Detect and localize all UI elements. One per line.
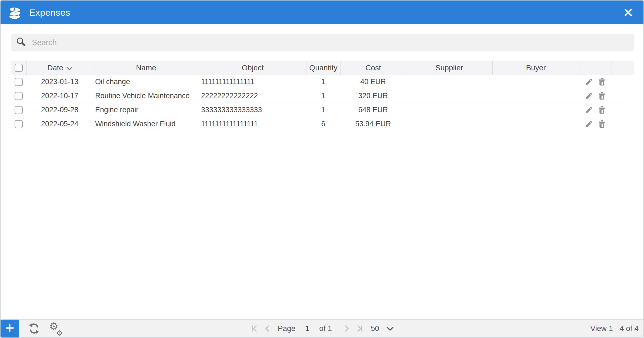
last-page-icon[interactable] <box>356 324 364 333</box>
row-checkbox[interactable] <box>15 120 23 128</box>
grid-header-row: Date Name Object Quantity Cost Supplier … <box>11 61 634 75</box>
reload-icon[interactable] <box>28 323 40 334</box>
svg-text:$: $ <box>13 8 15 12</box>
settings-gears-icon[interactable]: ⚙ ⚙ <box>49 322 62 335</box>
row-checkbox[interactable] <box>15 78 23 86</box>
cell-date: 2022-10-17 <box>26 92 93 100</box>
edit-pencil-icon[interactable] <box>585 106 593 114</box>
page-size-dropdown[interactable]: 50 <box>371 324 394 333</box>
search-icon <box>16 37 26 48</box>
content-empty-space <box>1 131 643 319</box>
table-row[interactable]: 2023-01-13 Oil change 111111111111111 1 … <box>11 75 623 89</box>
cell-name: Oil change <box>93 78 199 86</box>
expenses-window: $ Expenses Date <box>0 0 644 338</box>
cell-cost: 40 EUR <box>340 78 406 86</box>
expenses-grid: Date Name Object Quantity Cost Supplier … <box>11 61 643 131</box>
delete-trash-icon[interactable] <box>598 120 606 128</box>
cell-name: Engine repair <box>93 106 199 114</box>
cell-cost: 320 EUR <box>340 92 406 100</box>
first-page-icon[interactable] <box>250 324 258 333</box>
cell-object: 22222222222222 <box>199 92 306 100</box>
page-size-value: 50 <box>371 324 379 333</box>
delete-trash-icon[interactable] <box>598 92 606 100</box>
table-row[interactable]: 2022-09-28 Engine repair 333333333333333… <box>11 103 623 117</box>
edit-pencil-icon[interactable] <box>585 120 593 128</box>
add-record-button[interactable] <box>1 320 19 337</box>
sort-chevron-down-icon <box>66 64 72 72</box>
header-select-all-cell <box>11 61 26 75</box>
title-bar: $ Expenses <box>1 1 643 24</box>
column-header-cost[interactable]: Cost <box>340 61 406 75</box>
search-bar <box>11 34 634 51</box>
close-icon[interactable] <box>623 7 634 18</box>
column-header-quantity[interactable]: Quantity <box>306 61 340 75</box>
page-number-input[interactable] <box>300 324 314 333</box>
cell-date: 2022-09-28 <box>26 106 93 114</box>
row-checkbox[interactable] <box>15 106 23 114</box>
delete-trash-icon[interactable] <box>598 78 606 86</box>
column-header-object[interactable]: Object <box>199 61 306 75</box>
delete-trash-icon[interactable] <box>598 106 606 114</box>
page-label: Page <box>278 324 295 333</box>
next-page-icon[interactable] <box>343 324 351 333</box>
cell-name: Windshield Washer Fluid <box>93 120 199 128</box>
select-all-checkbox[interactable] <box>15 64 23 72</box>
cell-cost: 648 EUR <box>340 106 406 114</box>
edit-pencil-icon[interactable] <box>585 78 593 86</box>
pager: Page of 1 50 <box>250 324 394 333</box>
cell-date: 2023-01-13 <box>26 78 93 86</box>
cell-name: Routine Vehicle Maintenance <box>93 92 199 100</box>
coins-icon: $ <box>8 4 23 21</box>
footer-toolbar: ⚙ ⚙ Page of 1 <box>1 319 643 337</box>
cell-quantity: 6 <box>306 120 340 128</box>
edit-pencil-icon[interactable] <box>585 92 593 100</box>
plus-icon <box>5 324 14 333</box>
grid-body: 2023-01-13 Oil change 111111111111111 1 … <box>11 75 623 131</box>
column-header-buyer[interactable]: Buyer <box>492 61 579 75</box>
column-header-supplier[interactable]: Supplier <box>406 61 492 75</box>
cell-object: 1111111111111111 <box>199 120 306 128</box>
cell-quantity: 1 <box>306 78 340 86</box>
view-status: View 1 - 4 of 4 <box>590 324 639 333</box>
prev-page-icon[interactable] <box>263 324 271 333</box>
cell-quantity: 1 <box>306 92 340 100</box>
column-header-actions <box>579 61 612 75</box>
search-input[interactable] <box>32 38 629 47</box>
chevron-down-icon <box>386 324 394 333</box>
cell-quantity: 1 <box>306 106 340 114</box>
row-checkbox[interactable] <box>15 92 23 100</box>
cell-date: 2022-05-24 <box>26 120 93 128</box>
cell-object: 111111111111111 <box>199 78 306 86</box>
column-header-date[interactable]: Date <box>26 61 93 75</box>
column-header-filler <box>612 61 634 75</box>
cell-cost: 53.94 EUR <box>340 120 406 128</box>
page-title: Expenses <box>29 7 70 18</box>
cell-object: 333333333333333 <box>199 106 306 114</box>
table-row[interactable]: 2022-05-24 Windshield Washer Fluid 11111… <box>11 117 623 131</box>
column-header-name[interactable]: Name <box>93 61 199 75</box>
page-of-label: of 1 <box>319 324 332 333</box>
table-row[interactable]: 2022-10-17 Routine Vehicle Maintenance 2… <box>11 89 623 103</box>
